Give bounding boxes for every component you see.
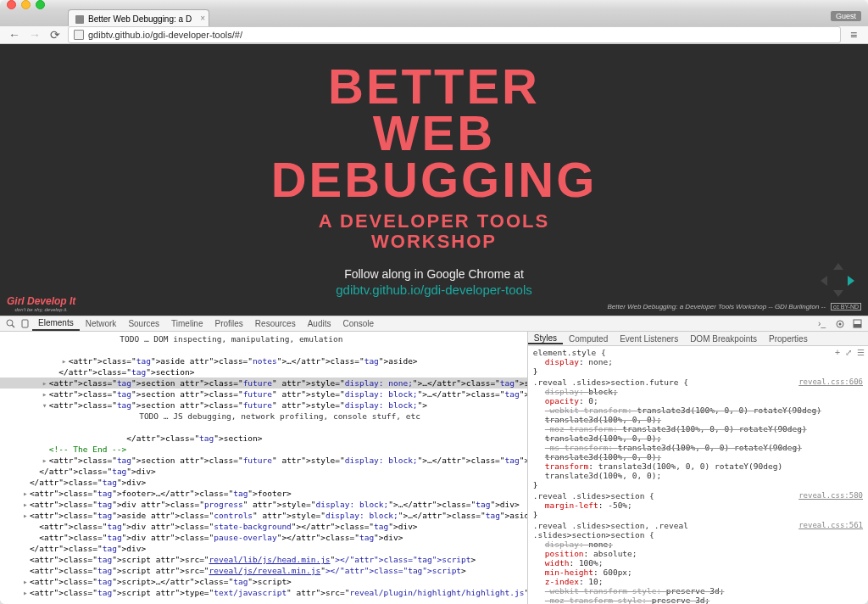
devtools-tab-timeline[interactable]: Timeline xyxy=(165,316,209,331)
dom-node-line[interactable]: ▸<attr">class="tag">footer>…</attr">clas… xyxy=(0,488,527,499)
devtools-tab-resources[interactable]: Resources xyxy=(249,316,302,331)
nav-left-icon[interactable] xyxy=(821,276,827,286)
dom-node-line[interactable]: ▸<attr">class="tag">section attr">class=… xyxy=(0,455,527,466)
title-line: WEB xyxy=(271,109,598,156)
css-property[interactable]: -moz-transform-style: preserve-3d; xyxy=(533,596,863,604)
close-window-button[interactable] xyxy=(7,0,16,9)
svg-point-0 xyxy=(7,320,13,326)
devtools-tab-console[interactable]: Console xyxy=(337,316,380,331)
footer-logo: Girl Develop It don't be shy, develop it… xyxy=(7,295,75,312)
slide-nav xyxy=(821,263,854,297)
back-button[interactable]: ← xyxy=(7,27,22,42)
traffic-lights xyxy=(7,0,45,9)
footer-credit: Better Web Debugging: a Developer Tools … xyxy=(607,303,861,310)
dom-node-line[interactable]: <attr">class="tag">div attr">class="paus… xyxy=(0,532,527,543)
dom-node-line[interactable]: </attr">class="tag">div> xyxy=(0,477,527,488)
dom-node-line[interactable] xyxy=(0,344,527,355)
css-property[interactable]: display: block; xyxy=(533,387,863,396)
reload-button[interactable]: ⟳ xyxy=(47,27,63,42)
styles-tab-dom-breakpoints[interactable]: DOM Breakpoints xyxy=(684,334,763,344)
css-property[interactable]: -webkit-transform: translate3d(100%, 0, … xyxy=(533,405,863,424)
dom-node-line[interactable]: TODO … DOM inspecting, manipulating, emu… xyxy=(0,333,527,344)
cc-badge: cc BY-ND xyxy=(831,303,861,310)
settings-icon[interactable] xyxy=(832,317,847,330)
menu-button[interactable]: ≡ xyxy=(846,27,861,42)
dom-node-line[interactable]: ▸<attr">class="tag">aside attr">class="c… xyxy=(0,510,527,521)
svg-rect-6 xyxy=(854,324,861,327)
title-line: DEBUGGING xyxy=(271,156,598,203)
source-link[interactable]: reveal.css:606 xyxy=(798,378,863,387)
css-property[interactable]: z-index: 10; xyxy=(533,577,863,586)
dom-node-line[interactable]: ▸<attr">class="tag">section attr">class=… xyxy=(0,378,527,389)
styles-body[interactable]: + ⤢ ☰ element.style {display: none;}.rev… xyxy=(528,346,868,604)
dom-node-line[interactable]: TODO … JS debugging, network profiling, … xyxy=(0,411,527,422)
dom-node-line[interactable]: ▸<attr">class="tag">script>…</attr">clas… xyxy=(0,576,527,587)
console-drawer-icon[interactable]: ›_ xyxy=(815,317,829,330)
subtitle-line: A DEVELOPER TOOLS xyxy=(319,211,549,232)
css-property[interactable]: transform: translate3d(100%, 0, 0) rotat… xyxy=(533,461,863,480)
dock-icon[interactable] xyxy=(850,317,865,330)
browser-tab[interactable]: Better Web Debugging: a D × xyxy=(68,9,209,26)
dom-node-line[interactable]: </attr">class="tag">section> xyxy=(0,433,527,444)
dom-node-line[interactable]: </attr">class="tag">div> xyxy=(0,543,527,554)
follow-url[interactable]: gdibtv.github.io/gdi-developer-tools xyxy=(336,282,532,297)
css-property[interactable]: opacity: 0; xyxy=(533,396,863,405)
tab-strip: Better Web Debugging: a D × Guest xyxy=(0,9,868,26)
forward-button[interactable]: → xyxy=(27,27,42,42)
devtools-tab-audits[interactable]: Audits xyxy=(302,316,337,331)
maximize-window-button[interactable] xyxy=(36,0,45,9)
dom-node-line[interactable]: </attr">class="tag">div> xyxy=(0,466,527,477)
close-tab-icon[interactable]: × xyxy=(200,14,205,23)
devtools-tab-elements[interactable]: Elements xyxy=(32,316,80,331)
styles-tab-event-listeners[interactable]: Event Listeners xyxy=(614,334,684,344)
credit-text: Better Web Debugging: a Developer Tools … xyxy=(607,303,825,310)
dom-node-line[interactable]: <attr">class="tag">script attr">src="rev… xyxy=(0,565,527,576)
css-property[interactable]: display: none; xyxy=(533,357,863,366)
tab-title: Better Web Debugging: a D xyxy=(88,14,192,24)
css-property[interactable]: display: none; xyxy=(533,540,863,549)
dom-node-line[interactable]: ▸<attr">class="tag">div attr">class="pro… xyxy=(0,499,527,510)
url-text: gdibtv.github.io/gdi-developer-tools/#/ xyxy=(88,30,242,40)
dom-node-line[interactable]: ▸<attr">class="tag">aside attr">class="n… xyxy=(0,355,527,366)
devtools-tab-profiles[interactable]: Profiles xyxy=(209,316,248,331)
devtools-toolbar-right: ›_ xyxy=(815,317,865,330)
css-property[interactable]: margin-left: -50%; xyxy=(533,501,863,510)
dom-node-line[interactable] xyxy=(0,422,527,433)
devtools-tab-network[interactable]: Network xyxy=(80,316,123,331)
dom-node-line[interactable]: ▸<attr">class="tag">section attr">class=… xyxy=(0,389,527,400)
source-link[interactable]: reveal.css:580 xyxy=(798,491,863,501)
css-rule[interactable]: .reveal .slides>section {reveal.css:580m… xyxy=(533,491,863,519)
css-property[interactable]: width: 100%; xyxy=(533,558,863,568)
svg-point-4 xyxy=(838,322,841,325)
nav-down-icon[interactable] xyxy=(833,290,843,297)
presentation-slide: BETTER WEB DEBUGGING A DEVELOPER TOOLS W… xyxy=(0,44,868,316)
css-property[interactable]: position: absolute; xyxy=(533,549,863,558)
css-property[interactable]: min-height: 600px; xyxy=(533,568,863,577)
inspect-icon[interactable] xyxy=(3,317,18,330)
css-rule[interactable]: .reveal .slides>section, .reveal .slides… xyxy=(533,521,863,604)
nav-right-icon[interactable] xyxy=(848,276,854,286)
address-bar[interactable]: gdibtv.github.io/gdi-developer-tools/#/ xyxy=(68,26,841,43)
gdi-logo-text: Girl Develop It xyxy=(7,295,75,307)
css-rule[interactable]: .reveal .slides>section.future {reveal.c… xyxy=(533,378,863,489)
dom-node-line[interactable]: <attr">class="tag">div attr">class="stat… xyxy=(0,521,527,532)
dom-node-line[interactable]: <attr">class="tag">script attr">src="rev… xyxy=(0,554,527,565)
css-property[interactable]: -webkit-transform-style: preserve-3d; xyxy=(533,586,863,596)
dom-node-line[interactable]: <!-- The End --> xyxy=(0,444,527,455)
minimize-window-button[interactable] xyxy=(21,0,31,9)
nav-up-icon[interactable] xyxy=(833,263,843,270)
dom-node-line[interactable]: </attr">class="tag">section> xyxy=(0,366,527,378)
devtools-tab-sources[interactable]: Sources xyxy=(122,316,165,331)
css-property[interactable]: -moz-transform: translate3d(100%, 0, 0) … xyxy=(533,424,863,443)
device-mode-icon[interactable] xyxy=(18,317,32,330)
guest-badge[interactable]: Guest xyxy=(831,11,861,21)
elements-tree[interactable]: TODO … DOM inspecting, manipulating, emu… xyxy=(0,332,528,604)
dom-node-line[interactable]: ▾<attr">class="tag">section attr">class=… xyxy=(0,400,527,411)
css-property[interactable]: -ms-transform: translate3d(100%, 0, 0) r… xyxy=(533,443,863,461)
css-rule[interactable]: element.style {display: none;} xyxy=(533,348,863,376)
styles-tab-computed[interactable]: Computed xyxy=(563,334,614,344)
dom-node-line[interactable]: ▸<attr">class="tag">script attr">type="t… xyxy=(0,587,527,598)
styles-tab-styles[interactable]: Styles xyxy=(528,333,563,344)
styles-tab-properties[interactable]: Properties xyxy=(763,334,814,344)
source-link[interactable]: reveal.css:561 xyxy=(798,521,863,540)
